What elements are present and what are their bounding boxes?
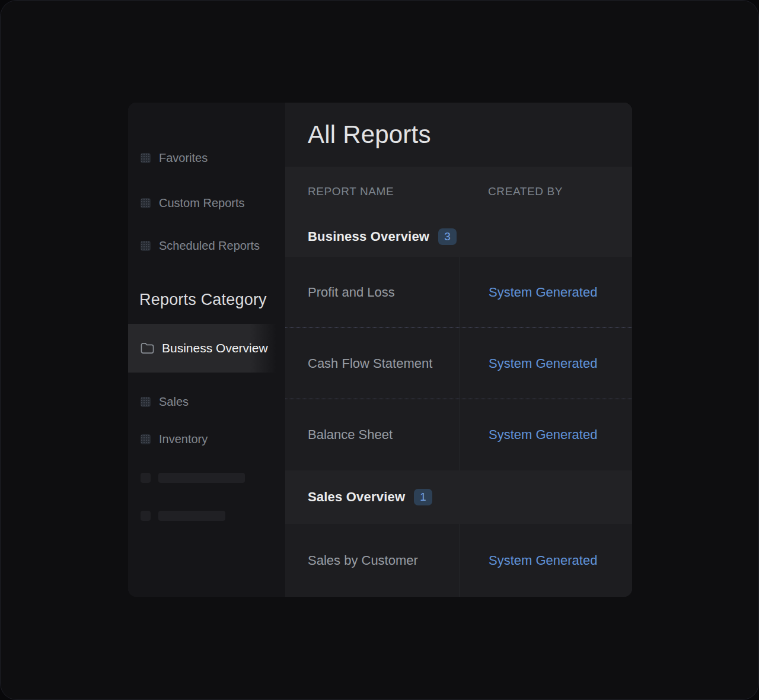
skeleton-bar [158,511,225,521]
group-header-business-overview[interactable]: Business Overview 3 [285,217,632,257]
sales-overview-band: Sales Overview 1 [285,470,632,524]
reports-panel: Favorites Custom Reports Scheduled Repor… [128,103,632,597]
created-by-cell: System Generated [460,328,632,399]
created-by-cell: System Generated [460,399,632,470]
created-by-link[interactable]: System Generated [489,427,597,443]
title-band: All Reports [285,103,632,167]
sidebar: Favorites Custom Reports Scheduled Repor… [128,103,285,597]
report-name-cell[interactable]: Sales by Customer [285,553,460,568]
group-name: Business Overview [308,229,429,244]
reports-category-heading: Reports Category [139,291,267,309]
custom-reports-icon [141,198,151,208]
sidebar-item-inventory[interactable]: Inventory [128,426,285,452]
sidebar-item-label: Favorites [159,151,208,165]
table-row[interactable]: Profit and Loss System Generated [285,257,632,328]
sidebar-item-label: Sales [159,395,189,409]
table-row[interactable]: Balance Sheet System Generated [285,399,632,470]
inventory-icon [141,434,151,444]
sales-overview-rows: Sales by Customer System Generated [285,524,632,597]
favorites-icon [141,153,151,163]
folder-icon [141,342,154,354]
created-by-link[interactable]: System Generated [489,553,597,568]
sidebar-item-business-overview-selected[interactable]: Business Overview [128,324,276,373]
created-by-link[interactable]: System Generated [489,356,597,371]
group-name: Sales Overview [308,489,405,505]
skeleton-icon [141,473,151,483]
sidebar-item-scheduled-reports[interactable]: Scheduled Reports [128,233,285,259]
group-header-sales-overview[interactable]: Sales Overview 1 [285,470,632,524]
sidebar-item-label: Inventory [159,432,208,446]
sidebar-selected-label: Business Overview [162,341,268,355]
skeleton-list-item [141,473,245,483]
column-header-report-name: REPORT NAME [285,185,460,198]
report-name-cell[interactable]: Profit and Loss [285,285,460,300]
page-title: All Reports [308,120,431,149]
business-overview-rows: Profit and Loss System Generated Cash Fl… [285,257,632,470]
skeleton-icon [141,511,151,521]
sales-icon [141,397,151,407]
created-by-link[interactable]: System Generated [489,285,597,300]
sidebar-item-favorites[interactable]: Favorites [128,145,285,171]
skeleton-bar [158,473,245,483]
sidebar-item-sales[interactable]: Sales [128,389,285,415]
report-name-cell[interactable]: Balance Sheet [285,427,460,443]
sidebar-item-label: Custom Reports [159,196,245,210]
group-count-badge: 3 [438,228,457,245]
group-count-badge: 1 [414,489,432,505]
table-row[interactable]: Cash Flow Statement System Generated [285,328,632,399]
table-header-band: REPORT NAME CREATED BY Business Overview… [285,167,632,257]
main-content: All Reports REPORT NAME CREATED BY Busin… [285,103,632,597]
table-row[interactable]: Sales by Customer System Generated [285,524,632,597]
skeleton-list-item [141,511,225,521]
report-name-cell[interactable]: Cash Flow Statement [285,356,460,371]
app-background: Favorites Custom Reports Scheduled Repor… [0,0,759,700]
column-header-created-by: CREATED BY [460,185,632,198]
table-column-headers: REPORT NAME CREATED BY [285,167,632,217]
created-by-cell: System Generated [460,524,632,597]
scheduled-reports-icon [141,241,151,251]
sidebar-item-custom-reports[interactable]: Custom Reports [128,190,285,216]
created-by-cell: System Generated [460,257,632,327]
sidebar-item-label: Scheduled Reports [159,239,260,253]
